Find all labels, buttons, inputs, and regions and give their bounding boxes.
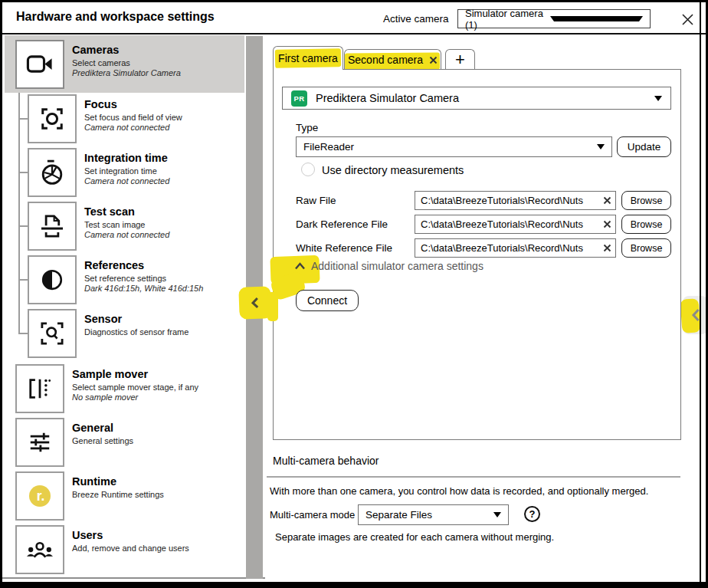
raw-file-browse-button[interactable]: Browse bbox=[621, 191, 671, 210]
caret-down-icon bbox=[654, 96, 662, 101]
sidebar-item-general[interactable]: General General settings bbox=[5, 416, 244, 468]
scan-document-icon bbox=[36, 210, 68, 242]
close-tab-icon[interactable] bbox=[429, 56, 438, 64]
plus-icon: + bbox=[455, 52, 465, 67]
window-edge-line bbox=[700, 2, 701, 586]
users-group-icon bbox=[24, 534, 56, 566]
connect-button[interactable]: Connect bbox=[296, 290, 359, 311]
sidebar-item-subtitle: Set integration time bbox=[84, 166, 169, 176]
active-camera-dropdown[interactable]: Simulator camera (1) bbox=[457, 9, 651, 28]
sidebar-item-status: Prediktera Simulator Camera bbox=[72, 68, 181, 78]
clear-field-icon[interactable] bbox=[603, 196, 611, 205]
sidebar-item-status: Camera not connected bbox=[84, 176, 169, 186]
caret-down-icon bbox=[493, 512, 501, 517]
sidebar-item-status: Camera not connected bbox=[84, 230, 169, 240]
prediktera-badge-icon: PR bbox=[291, 90, 307, 107]
focus-viewfinder-icon bbox=[36, 103, 68, 135]
sidebar-item-cameras[interactable]: Cameras Select cameras Prediktera Simula… bbox=[5, 35, 244, 93]
sidebar-item-status: No sample mover bbox=[72, 393, 198, 402]
yellow-highlight bbox=[267, 292, 278, 321]
sidebar-item-runtime[interactable]: r. Runtime Breeze Runtime settings bbox=[5, 470, 244, 522]
sidebar-item-title: Sample mover bbox=[72, 367, 198, 381]
additional-settings-toggle[interactable]: Additional simulator camera settings bbox=[294, 260, 483, 272]
dark-reference-file-label: Dark Reference File bbox=[296, 218, 388, 230]
sidebar-item-subtitle: General settings bbox=[72, 436, 133, 446]
sidebar-item-test-scan[interactable]: Test scan Test scan image Camera not con… bbox=[5, 200, 244, 252]
sidebar-bottom-divider bbox=[2, 577, 265, 579]
sidebar-item-title: Focus bbox=[84, 97, 182, 111]
sidebar-item-integration-time[interactable]: Integration time Set integration time Ca… bbox=[5, 146, 244, 199]
sidebar-item-status: Camera not connected bbox=[84, 123, 182, 133]
caret-down-icon bbox=[597, 144, 605, 149]
video-camera-icon bbox=[23, 48, 57, 81]
sidebar-item-title: Test scan bbox=[84, 205, 169, 218]
sidebar-item-title: Cameras bbox=[72, 43, 181, 57]
multi-camera-description: With more than one camera, you control h… bbox=[270, 485, 648, 497]
sidebar-item-users[interactable]: Users Add, remove and change users bbox=[5, 524, 244, 576]
multi-camera-heading: Multi-camera behavior bbox=[273, 455, 379, 467]
sensor-magnifier-icon bbox=[36, 317, 68, 350]
sidebar-item-title: General bbox=[72, 421, 133, 435]
sidebar-item-subtitle: Add, remove and change users bbox=[72, 544, 189, 554]
sliders-icon bbox=[24, 426, 56, 458]
svg-text:r.: r. bbox=[37, 488, 45, 504]
white-reference-file-input[interactable]: C:\data\BreezeTutorials\Record\Nuts bbox=[415, 238, 616, 258]
chevron-left-icon bbox=[691, 308, 700, 322]
sidebar-item-title: Runtime bbox=[72, 475, 164, 488]
chevron-up-icon bbox=[294, 262, 306, 270]
sidebar-item-status: Dark 416d:15h, White 416d:15h bbox=[84, 284, 203, 294]
sidebar-item-focus[interactable]: Focus Set focus and field of view Camera… bbox=[5, 93, 244, 145]
sidebar-item-title: References bbox=[84, 258, 203, 272]
use-directory-measurements-label: Use directory measurements bbox=[322, 164, 464, 176]
sidebar-item-references[interactable]: References Set reference settings Dark 4… bbox=[5, 254, 244, 306]
sample-mover-stage-icon bbox=[24, 373, 56, 405]
sidebar-item-sensor[interactable]: Sensor Diagnostics of sensor frame bbox=[5, 307, 244, 360]
clear-field-icon[interactable] bbox=[603, 244, 611, 252]
tab-second-camera[interactable]: Second camera bbox=[344, 49, 441, 70]
close-icon bbox=[681, 13, 694, 26]
window-title: Hardware and workspace settings bbox=[16, 10, 215, 24]
multi-camera-mode-label: Multi-camera mode bbox=[270, 509, 355, 521]
sidebar-item-title: Integration time bbox=[84, 151, 169, 165]
tab-add-camera[interactable]: + bbox=[445, 49, 475, 70]
hardware-settings-window: Hardware and workspace settings Active c… bbox=[0, 0, 708, 588]
white-reference-browse-button[interactable]: Browse bbox=[621, 238, 671, 258]
sidebar-item-subtitle: Select sample mover stage, if any bbox=[72, 383, 198, 393]
caret-down-icon bbox=[550, 16, 643, 21]
update-button[interactable]: Update bbox=[617, 136, 671, 157]
raw-file-label: Raw File bbox=[296, 195, 336, 206]
multi-camera-mode-dropdown[interactable]: Separate Files bbox=[358, 504, 509, 525]
white-reference-file-label: White Reference File bbox=[296, 242, 392, 254]
section-divider bbox=[267, 476, 680, 478]
close-button[interactable] bbox=[678, 10, 697, 28]
tab-first-camera[interactable]: First camera bbox=[273, 46, 343, 70]
collapse-panel-handle[interactable] bbox=[683, 296, 708, 334]
title-bar: Hardware and workspace settings Active c… bbox=[2, 2, 706, 34]
sidebar-item-subtitle: Select cameras bbox=[72, 58, 181, 68]
camera-model-dropdown[interactable]: PR Prediktera Simulator Camera bbox=[282, 87, 671, 110]
type-dropdown[interactable]: FileReader bbox=[296, 136, 612, 157]
raw-file-input[interactable]: C:\data\BreezeTutorials\Record\Nuts bbox=[415, 191, 616, 210]
dark-reference-browse-button[interactable]: Browse bbox=[621, 215, 671, 234]
sidebar-item-subtitle: Test scan image bbox=[84, 220, 169, 230]
multi-camera-mode-hint: Separate images are created for each cam… bbox=[275, 531, 554, 543]
sidebar-item-sample-mover[interactable]: Sample mover Select sample mover stage, … bbox=[5, 363, 244, 415]
sidebar-item-subtitle: Set focus and field of view bbox=[84, 113, 182, 123]
active-camera-value: Simulator camera (1) bbox=[465, 8, 550, 31]
sidebar-item-title: Sensor bbox=[84, 312, 188, 326]
sidebar-item-subtitle: Set reference settings bbox=[84, 274, 203, 284]
type-label: Type bbox=[296, 122, 318, 133]
sidebar-item-subtitle: Diagnostics of sensor frame bbox=[84, 327, 188, 337]
sidebar-item-subtitle: Breeze Runtime settings bbox=[72, 490, 164, 500]
use-directory-measurements-radio[interactable] bbox=[301, 163, 315, 176]
chevron-left-icon bbox=[251, 297, 261, 309]
window-edge-line bbox=[2, 582, 706, 586]
help-icon[interactable]: ? bbox=[524, 506, 540, 522]
stopwatch-aperture-icon bbox=[36, 156, 68, 189]
runtime-r-dot-icon: r. bbox=[24, 480, 56, 512]
clear-field-icon[interactable] bbox=[603, 220, 611, 228]
active-camera-label: Active camera bbox=[383, 13, 449, 25]
dark-reference-file-input[interactable]: C:\data\BreezeTutorials\Record\Nuts bbox=[415, 215, 616, 234]
sidebar-item-title: Users bbox=[72, 528, 189, 542]
half-circle-contrast-icon bbox=[36, 264, 68, 296]
